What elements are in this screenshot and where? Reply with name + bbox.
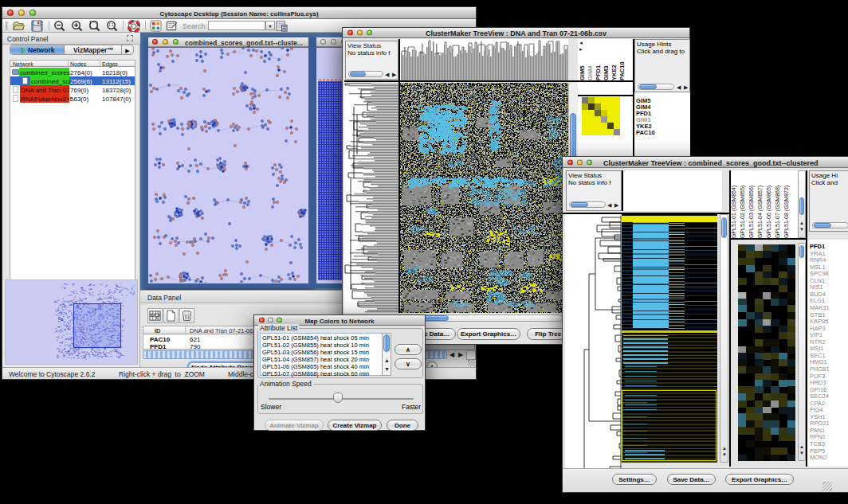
svg-text:1:1: 1:1 [108,23,114,27]
